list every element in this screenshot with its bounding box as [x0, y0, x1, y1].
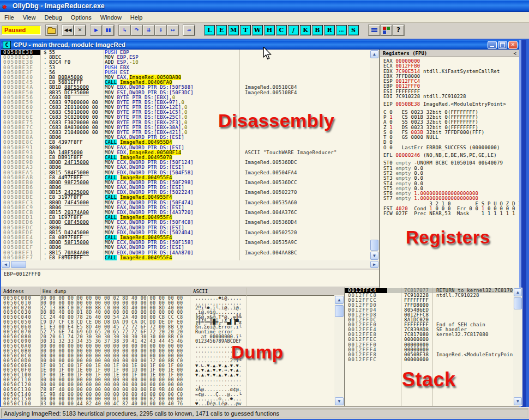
register-line[interactable]: EDI 7C910228 ntdll.7C910228 [383, 94, 519, 99]
info-pane[interactable]: EBP=0012FFF0 [1, 270, 379, 287]
scroll-left-icon[interactable]: ◀ [2, 261, 10, 268]
pause-button[interactable]: ▮▮ [103, 25, 114, 35]
register-line[interactable]: EIP 0050BE38 ImageRed.<ModuleEntryPoint> [383, 102, 519, 107]
disasm-row[interactable]: 0050BEF7.E8 F896F8FFCALL ImageRed.004955… [1, 255, 370, 260]
disasm-comment [239, 165, 245, 170]
stack-comment: kernel32.7C817080 [431, 332, 489, 337]
scroll-right-icon[interactable]: ▶ [370, 261, 378, 268]
toolbar-letter-button-M[interactable]: M [228, 25, 239, 35]
ollydbg-app-icon: ✱ [2, 2, 11, 10]
disasm-instruction: CALL ImageRed.004955F4 [101, 255, 239, 260]
scroll-up-icon[interactable]: ▲ [370, 50, 378, 58]
toolbar-letter-button-T[interactable]: T [240, 25, 251, 35]
register-line[interactable]: FCW 027F Prec NEAR,53 Mask 1 1 1 1 1 1 [383, 211, 519, 216]
menu-item-window[interactable]: Window [96, 13, 126, 22]
stack-comment: ntdll.7C910228 [431, 293, 479, 298]
register-line[interactable]: O 0 LastErr ERROR_SUCCESS (00000000) [383, 145, 519, 150]
run-button[interactable]: ▶ [91, 25, 102, 35]
toolbar-letter-button-slash[interactable]: / [288, 25, 299, 35]
toolbar-letter-button-L[interactable]: L [204, 25, 215, 35]
disasm-comment [239, 140, 245, 145]
disasm-comment: ImageRed.004AA8BC [239, 251, 297, 255]
help-button[interactable]: ? [393, 25, 404, 35]
title-bar[interactable]: ✱ OllyDbg - ImageReducer.exe [0, 0, 529, 12]
scroll-down-icon[interactable]: ▼ [335, 397, 344, 405]
stack-vscrollbar[interactable]: ▲ ▼ [513, 288, 522, 406]
disasm-comment [239, 185, 245, 190]
disasm-address: 0050BEF7 [1, 255, 40, 260]
dump-pane[interactable]: Address Hex dump ASCII 0050C00000 00 00 … [1, 288, 344, 406]
scroll-thumb[interactable] [335, 305, 344, 317]
disasm-comment [239, 80, 245, 85]
registers-header-label: Registers (FPU) [383, 51, 427, 56]
disasm-comment [239, 226, 245, 230]
scroll-up-icon[interactable]: ▲ [335, 296, 344, 304]
toolbar-letter-button-...[interactable]: … [336, 25, 347, 35]
column-separator [112, 295, 112, 406]
toolbar-letter-button-E[interactable]: E [216, 25, 227, 35]
open-folder-icon [47, 28, 56, 34]
menu-item-view[interactable]: View [19, 13, 40, 22]
column-separator [239, 50, 240, 260]
menu-item-debug[interactable]: Debug [40, 13, 66, 22]
stack-row[interactable]: 0012FFFC00000000 [345, 357, 513, 362]
toolbar-letter-button-S[interactable]: S [348, 25, 359, 35]
open-file-button[interactable] [46, 25, 57, 35]
cpu-window-title-bar[interactable]: C CPU - main thread, module ImageRed ✕ [1, 40, 519, 50]
toolbar-letter-button-H[interactable]: H [264, 25, 275, 35]
go-to-address-button[interactable]: ↠ [183, 25, 195, 35]
windows-list-button[interactable] [369, 25, 380, 35]
pane-splitter[interactable] [344, 288, 345, 406]
toolbar-letter-button-R[interactable]: R [324, 25, 335, 35]
toolbar-letter-button-K[interactable]: K [300, 25, 311, 35]
column-separator [104, 50, 104, 260]
disassembly-vscrollbar[interactable]: ▲ ▼ [370, 50, 379, 260]
scroll-thumb[interactable] [370, 240, 378, 251]
collapse-registers-button[interactable]: < [514, 51, 516, 56]
toolbar: Paused ◀◀✕▶▮▮↳↷⇊⇓↦↠ LEMTWHC/KBR…S ? [0, 23, 529, 37]
registers-pane[interactable]: Registers (FPU) < EAX 00000000ECX 0012FF… [380, 50, 519, 288]
close-program-button[interactable]: ✕ [74, 25, 86, 35]
toolbar-letter-button-C[interactable]: C [276, 25, 287, 35]
disasm-comment [239, 65, 245, 70]
pane-splitter[interactable] [379, 50, 380, 288]
disasm-row[interactable]: 0050BE3B.83C4 F0ADD ESP,-10 [1, 60, 370, 65]
dump-row[interactable]: 0050C16003 00 00 00 44 82 40 00 4C 82 40… [1, 401, 344, 406]
register-line[interactable]: EFL 00000246 (NO,NB,E,BE,NS,PE,GE,LE) [383, 153, 519, 158]
menu-item-options[interactable]: Options [67, 13, 96, 22]
stack-comment: ImageRed.<ModuleEntryPoint> [431, 352, 513, 357]
animate-into-button[interactable]: ⇊ [143, 25, 154, 35]
status-indicator: Paused [2, 26, 41, 35]
restore-button[interactable] [498, 41, 507, 49]
disasm-comment: ImageRed.00535A60 [239, 200, 297, 205]
scroll-down-icon[interactable]: ▼ [370, 252, 378, 260]
disasm-comment [239, 145, 245, 150]
menu-item-help[interactable]: Help [126, 13, 147, 22]
scroll-thumb[interactable] [514, 297, 522, 309]
register-line[interactable]: T 0 GS 0000 NULL [383, 135, 519, 140]
appearance-button[interactable] [381, 25, 392, 35]
toolbar-letter-button-B[interactable]: B [312, 25, 323, 35]
column-separator [401, 288, 401, 406]
scroll-up-icon[interactable]: ▲ [514, 288, 522, 296]
disasm-row[interactable]: 0050BE3E.53PUSH EBX [1, 65, 370, 70]
animate-over-button[interactable]: ⇓ [155, 25, 166, 35]
scroll-down-icon[interactable]: ▼ [514, 397, 522, 405]
minimize-button[interactable] [488, 41, 497, 49]
dump-vscrollbar[interactable]: ▲ ▼ [334, 295, 344, 406]
toolbar-letter-button-W[interactable]: W [252, 25, 263, 35]
disassembly-pane[interactable]: 0050BE38$55PUSH EBP0050BE39.8BECMOV EBP,… [1, 50, 370, 260]
step-into-button[interactable]: ↳ [119, 25, 130, 35]
close-button[interactable]: ✕ [508, 41, 518, 49]
ollydbg-window: ✱ OllyDbg - ImageReducer.exe FileViewDeb… [0, 0, 529, 420]
menu-item-file[interactable]: File [0, 13, 19, 22]
scroll-thumb[interactable] [11, 261, 26, 268]
restart-button[interactable]: ◀◀ [62, 25, 74, 35]
step-over-button[interactable]: ↷ [131, 25, 142, 35]
disasm-comment: ImageRed.00504FA4 [239, 171, 297, 175]
disasm-comment [239, 105, 245, 110]
disassembly-hscrollbar[interactable]: ◀ ▶ [1, 260, 379, 269]
execute-till-return-button[interactable]: ↦ [167, 25, 178, 35]
mouse-cursor [262, 47, 272, 60]
disasm-comment [239, 175, 245, 180]
